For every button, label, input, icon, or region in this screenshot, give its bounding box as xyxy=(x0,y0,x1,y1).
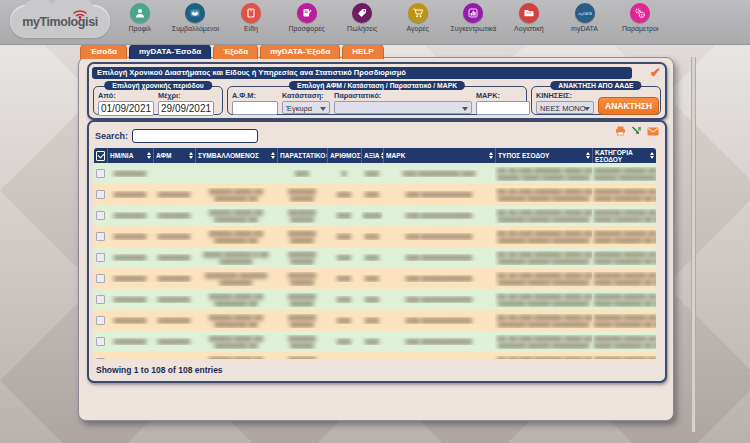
table-cell-redacted: ▆▆▆ xyxy=(327,254,361,261)
menu-item-contractors[interactable]: Συμβαλλόμενοι xyxy=(168,3,224,43)
menu-item-accounting[interactable]: Λογιστική xyxy=(501,3,557,43)
confirm-check-icon[interactable]: ✔ xyxy=(650,65,661,80)
row-checkbox[interactable] xyxy=(96,316,105,325)
table-cell-redacted: ▆▆▆▆▆▆ ▆▆▆▆▆ ▆▆▆▆▆▆ ▆▆▆▆▆▆ ▆▆ ▆▆ xyxy=(592,293,656,307)
row-checkbox[interactable] xyxy=(96,211,105,220)
row-checkbox[interactable] xyxy=(96,295,105,304)
menu-item-sales[interactable]: Πωλήσεις xyxy=(334,3,390,43)
row-checkbox[interactable] xyxy=(96,337,105,346)
table-cell-redacted: ▆▆▆▆▆▆▆ ▆▆▆▆▆▆▆▆▆▆▆▆▆ xyxy=(195,272,277,286)
col-afm[interactable]: ΑΦΜ xyxy=(153,148,195,163)
table-cell-redacted: ▆▆▆ ▆▆▆▆▆▆▆▆▆▆▆ xyxy=(383,233,495,240)
menu-item-purchases[interactable]: Αγορές xyxy=(390,3,446,43)
tab-mydata-esoda[interactable]: myDATA-Έσοδα xyxy=(129,44,211,59)
row-checkbox[interactable] xyxy=(96,358,105,359)
retrieve-button[interactable]: ΑΝΑΚΤΗΣΗ xyxy=(598,97,659,115)
email-icon[interactable] xyxy=(647,127,659,136)
tab-exoda[interactable]: Έξοδα xyxy=(213,44,258,59)
table-cell-redacted: ▆▆▆▆▆▆▆▆▆▆▆ xyxy=(277,251,327,265)
table-row[interactable]: ▆▆▆▆▆▆▆▆▆▆▆▆▆▆▆▆▆▆▆ ▆▆▆▆ ▆▆▆▆▆▆▆▆▆ ▆▆▆▆▆… xyxy=(94,205,656,226)
col-date[interactable]: ΗΜ/ΝΙΑ xyxy=(107,148,153,163)
menu-item-summaries[interactable]: Συγκεντρωτικά xyxy=(446,3,502,43)
menu-item-mydata[interactable]: myDATA myDATA xyxy=(557,3,613,43)
col-mark[interactable]: ΜΑΡΚ xyxy=(383,148,495,163)
moves-select[interactable]: ΝΕΕΣ ΜΟΝΟ xyxy=(536,101,594,114)
col-income-category[interactable]: ΚΑΤΗΓΟΡΙΑ ΕΣΟΔΟΥ xyxy=(592,148,656,163)
filter-title: Επιλογή Χρονικού Διαστήματος και Είδους … xyxy=(92,67,632,79)
table-cell-redacted: ▆▆▆ xyxy=(361,233,383,240)
row-checkbox[interactable] xyxy=(96,190,105,199)
tab-help[interactable]: HELP xyxy=(342,44,383,59)
col-number[interactable]: ΑΡΙΘΜΟΣ xyxy=(327,148,361,163)
filter-panel: Επιλογή Χρονικού Διαστήματος και Είδους … xyxy=(87,62,667,120)
print-icon[interactable] xyxy=(615,126,626,136)
table-cell-redacted: ▆▆▆▆▆▆ ▆▆▆▆▆ ▆▆▆▆▆▆ ▆▆▆▆▆▆ ▆▆ ▆▆ xyxy=(592,209,656,223)
row-checkbox[interactable] xyxy=(96,232,105,241)
menu-item-offers[interactable]: Προσφορές xyxy=(279,3,335,43)
status-select[interactable]: Έγκυρα xyxy=(282,101,330,114)
row-checkbox[interactable] xyxy=(96,274,105,283)
col-document[interactable]: ΠΑΡΑΣΤΑΤΙΚΟ xyxy=(277,148,327,163)
row-checkbox-cell xyxy=(94,358,107,359)
afm-input[interactable] xyxy=(232,101,278,115)
select-all-header[interactable] xyxy=(94,148,107,163)
table-cell-redacted: ▆▆▆ xyxy=(361,170,383,177)
table-cell-redacted: ▆▆▆▆▆▆▆▆▆▆▆ xyxy=(277,356,327,360)
wifi-signal-icon xyxy=(72,5,88,23)
period-fieldset: Επιλογή χρονικής περιόδου Από: Μέχρι: xyxy=(93,86,223,115)
excel-export-icon[interactable] xyxy=(631,126,642,136)
menu-item-parameters[interactable]: Παράμετροι xyxy=(612,3,668,43)
table-cell-redacted: ▆▆▆ xyxy=(327,233,361,240)
table-row[interactable]: ▆▆▆▆▆▆▆▆▆▆▆▆▆▆▆▆▆▆▆ ▆▆▆▆ ▆▆▆▆▆▆▆▆▆ ▆▆▆▆▆… xyxy=(94,310,656,331)
table-cell-redacted: ▆▆▆▆▆▆▆ xyxy=(107,233,153,240)
table-row[interactable]: ▆▆▆▆▆▆▆▆▆▆▆▆▆▆▆▆▆▆ ▆▆▆▆▆▆ ▆ ▆▆▆▆▆▆▆▆▆▆▆▆… xyxy=(94,247,656,268)
sort-icon xyxy=(271,152,275,159)
table-cell-redacted: ▆▆▆ xyxy=(361,296,383,303)
table-cell-redacted: ▆▆▆ ▆▆▆▆▆▆▆▆▆▆▆ xyxy=(383,317,495,324)
table-cell-redacted: ▆▆▆ ▆▆▆▆▆▆▆▆▆▆▆ xyxy=(383,191,495,198)
table-row[interactable]: ▆▆▆▆▆▆▆▆▆▆▆▆▆▆▆▆▆▆▆ ▆▆▆▆ ▆▆▆▆▆▆▆▆▆ ▆▆▆▆▆… xyxy=(94,331,656,352)
table-cell-redacted: ▆▆▆▆▆▆▆ xyxy=(107,191,153,198)
person-icon xyxy=(130,3,150,23)
table-row[interactable]: ▆▆▆▆▆▆▆▆▆▆▆▆▆▆▆▆▆▆▆ ▆▆▆▆ ▆▆▆▆▆▆▆▆▆ ▆▆▆▆▆… xyxy=(94,226,656,247)
table-cell-redacted: ▆▆▆ xyxy=(327,296,361,303)
table-cell-redacted: ▆▆▆▆▆ ▆▆▆▆ ▆▆▆▆▆▆▆▆▆ ▆▆ xyxy=(195,188,277,202)
to-label: Μέχρι: xyxy=(158,91,214,100)
search-input[interactable] xyxy=(132,129,258,143)
sort-icon xyxy=(586,152,590,159)
table-row[interactable]: ▆▆▆▆▆▆▆▆▆▆▆▆▆▆▆▆▆▆▆ ▆▆▆▆ ▆▆▆▆▆▆▆▆▆ ▆▆▆▆▆… xyxy=(94,352,656,359)
table-cell-redacted: ▆▆ ▆▆ ▆▆▆ ▆▆▆▆▆▆ ▆▆▆▆ ▆▆▆▆▆▆▆▆ ▆▆▆▆▆ ▆▆▆… xyxy=(495,335,592,349)
date-from-input[interactable] xyxy=(98,101,154,116)
mark-input[interactable] xyxy=(476,101,530,115)
table-cell-redacted: ▆▆ ▆▆ ▆▆▆ ▆▆▆▆▆▆ ▆▆▆▆ ▆▆▆▆▆▆▆▆ ▆▆▆▆▆ ▆▆▆… xyxy=(495,356,592,360)
table-cell-redacted: ▆▆▆ xyxy=(361,317,383,324)
col-contractor[interactable]: ΣΥΜΒΑΛΛΟΜΕΝΟΣ xyxy=(195,148,277,163)
table-cell-redacted: ▆▆▆▆▆▆▆ xyxy=(153,212,195,219)
menu-item-items[interactable]: Είδη xyxy=(223,3,279,43)
sort-icon xyxy=(489,152,493,159)
menu-item-profile[interactable]: Προφίλ xyxy=(112,3,168,43)
date-to-input[interactable] xyxy=(158,101,214,116)
table-cell-redacted: ▆▆▆▆▆ ▆▆▆▆ ▆▆▆▆▆▆▆▆▆ ▆▆ xyxy=(195,335,277,349)
tab-esoda[interactable]: Έσοδα xyxy=(80,44,127,59)
table-cell-redacted: ▆▆▆▆▆ ▆▆▆▆ ▆▆▆▆▆▆▆▆▆ ▆▆ xyxy=(195,356,277,360)
moves-label: ΚΙΝΗΣΕΙΣ: xyxy=(536,91,594,100)
table-cell-redacted: ▆▆▆▆▆▆▆ xyxy=(153,191,195,198)
tab-mydata-exoda[interactable]: myDATA-Έξοδα xyxy=(260,44,340,59)
document-select[interactable] xyxy=(334,101,472,114)
col-income-type[interactable]: ΤΥΠΟΣ ΕΣΟΔΟΥ xyxy=(495,148,592,163)
mydata-icon-text: myDATA xyxy=(578,12,592,16)
row-checkbox[interactable] xyxy=(96,169,105,178)
table-row[interactable]: ▆▆▆▆▆▆▆▆▆▆▆▆▆▆▆▆▆▆▆ ▆▆▆▆ ▆▆▆▆▆▆▆▆▆ ▆▆▆▆▆… xyxy=(94,184,656,205)
table-row[interactable]: ▆▆▆▆▆▆▆▆▆▆▆▆▆▆▆▆▆▆▆▆▆ ▆▆▆▆▆▆▆▆▆▆▆▆▆▆▆▆▆▆… xyxy=(94,268,656,289)
table-cell-redacted: ▆▆▆▆▆▆▆ xyxy=(153,338,195,345)
table-cell-redacted: ▆▆▆ xyxy=(361,191,383,198)
row-checkbox[interactable] xyxy=(96,253,105,262)
col-value[interactable]: ΑΞΙΑ xyxy=(361,148,383,163)
app-logo[interactable]: myTimologisi xyxy=(10,5,110,38)
main-menu: Προφίλ Συμβαλλόμενοι Είδη Προσφορές xyxy=(112,3,668,43)
table-cell-redacted: ▆▆ ▆▆ ▆▆▆ ▆▆▆▆▆▆ ▆▆▆▆ ▆▆▆▆▆▆▆▆ ▆▆▆▆▆ ▆▆▆… xyxy=(495,293,592,307)
table-row[interactable]: ▆▆▆▆▆▆▆▆▆▆▆▆▆▆▆▆▆ ▆▆▆▆▆▆▆▆▆ ▆▆▆▆▆ ▆▆ ▆▆▆… xyxy=(94,163,656,184)
table-row[interactable]: ▆▆▆▆▆▆▆▆▆▆▆▆▆▆▆▆▆▆▆ ▆▆▆▆ ▆▆▆▆▆▆▆▆▆ ▆▆▆▆▆… xyxy=(94,289,656,310)
table-cell-redacted: ▆▆ ▆▆ ▆▆▆ ▆▆▆▆▆▆ ▆▆▆▆ ▆▆▆▆▆▆▆▆ ▆▆▆▆▆ ▆▆▆… xyxy=(495,314,592,328)
